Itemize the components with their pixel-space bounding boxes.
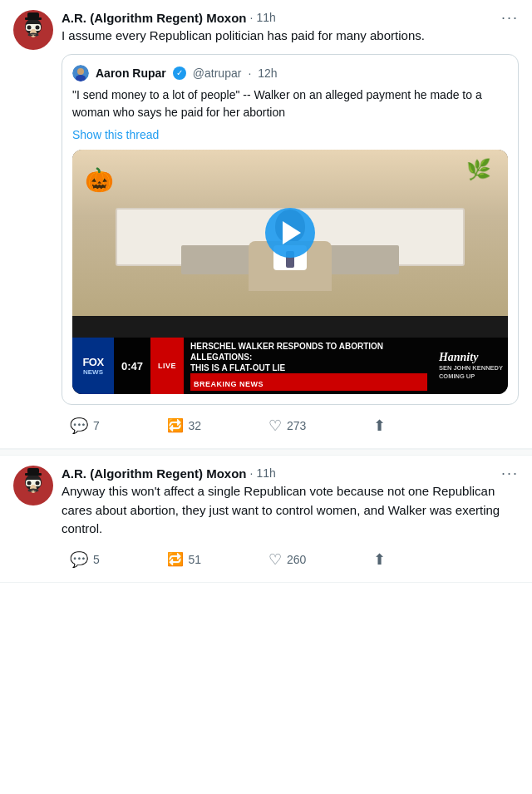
author-2-line: A.R. (Algorithm Regent) Moxon · 11h xyxy=(62,466,276,481)
hannity-label: Hannity xyxy=(439,351,478,364)
tweet-divider xyxy=(0,449,532,456)
svg-rect-18 xyxy=(27,468,39,474)
svg-point-14 xyxy=(27,481,32,486)
reply-button-2[interactable]: 💬 5 xyxy=(62,547,108,572)
quoted-time: 12h xyxy=(258,67,277,80)
duration-text: 0:47 xyxy=(121,360,143,372)
reply-button[interactable]: 💬 7 xyxy=(62,413,108,438)
like-count-2: 260 xyxy=(287,553,306,566)
tweet-body: A.R. (Algorithm Regent) Moxon · 11h ··· … xyxy=(62,10,519,438)
senator-line: SEN JOHN KENNEDY xyxy=(439,364,503,373)
hannity-block: Hannity SEN JOHN KENNEDY COMING UP xyxy=(434,338,508,394)
news-bar-container: FOX NEWS 0:47 LIVE xyxy=(72,338,508,394)
quoted-avatar xyxy=(72,65,89,81)
headline-main: HERSCHEL WALKER RESPONDS TO ABORTION ALL… xyxy=(190,341,427,373)
quoted-handle: @atrupar xyxy=(193,67,242,80)
like-count: 273 xyxy=(287,419,306,432)
author-name: A.R. (Algorithm Regent) Moxon xyxy=(62,11,246,25)
tweet-2: A.R. (Algorithm Regent) Moxon · 11h ··· … xyxy=(0,456,532,583)
quoted-author-name: Aaron Rupar xyxy=(96,67,166,80)
fox-sub: NEWS xyxy=(83,368,103,376)
tweet-text: I assume every Republican politician has… xyxy=(62,27,519,46)
breaking-text: BREAKING NEWS xyxy=(194,380,264,388)
share-icon-2: ⬆ xyxy=(373,552,386,567)
reply-count-2: 5 xyxy=(93,553,100,566)
pumpkins-decoration: 🎃 xyxy=(85,166,114,194)
tweet-2-time: 11h xyxy=(256,466,275,480)
tweet-actions: 💬 7 🔁 32 ♡ 273 ⬆ xyxy=(62,413,394,438)
like-button-2[interactable]: ♡ 260 xyxy=(260,547,314,572)
author-line: A.R. (Algorithm Regent) Moxon · 11h xyxy=(62,11,276,25)
tweet-2-body: A.R. (Algorithm Regent) Moxon · 11h ··· … xyxy=(62,466,519,572)
plant-decoration: 🌿 xyxy=(466,158,491,181)
dot-separator: · xyxy=(249,11,253,24)
svg-point-10 xyxy=(76,75,86,81)
retweet-count: 32 xyxy=(189,419,202,432)
quoted-dot: · xyxy=(248,67,251,80)
retweet-count-2: 51 xyxy=(189,553,202,566)
tweet-2-meta: A.R. (Algorithm Regent) Moxon · 11h ··· xyxy=(62,466,519,481)
live-text: LIVE xyxy=(155,361,179,371)
headline-2: THIS IS A FLAT-OUT LIE xyxy=(190,363,285,372)
retweet-icon: 🔁 xyxy=(167,419,184,432)
time-display: 0:47 xyxy=(114,338,150,394)
tweet-2-actions: 💬 5 🔁 51 ♡ 260 ⬆ xyxy=(62,547,394,572)
like-button[interactable]: ♡ 273 xyxy=(260,413,314,438)
svg-point-3 xyxy=(27,26,32,30)
fox-network-block: FOX NEWS xyxy=(72,338,114,394)
headline-block: HERSCHEL WALKER RESPONDS TO ABORTION ALL… xyxy=(184,338,434,394)
share-button-2[interactable]: ⬆ xyxy=(365,547,394,572)
play-icon xyxy=(283,221,301,244)
reply-icon: 💬 xyxy=(70,418,88,433)
retweet-button-2[interactable]: 🔁 51 xyxy=(159,548,210,571)
breaking-bar: BREAKING NEWS xyxy=(190,373,427,391)
svg-rect-7 xyxy=(27,12,39,18)
tweet-time: 11h xyxy=(256,11,275,24)
svg-point-9 xyxy=(77,68,84,75)
more-button[interactable]: ··· xyxy=(501,10,519,25)
reply-count: 7 xyxy=(93,419,100,432)
more-button-2[interactable]: ··· xyxy=(501,466,519,481)
svg-point-4 xyxy=(36,26,40,30)
verified-badge: ✓ xyxy=(173,67,186,80)
quoted-header: Aaron Rupar ✓ @atrupar · 12h xyxy=(72,65,508,81)
tweet-meta: A.R. (Algorithm Regent) Moxon · 11h ··· xyxy=(62,10,519,25)
svg-point-15 xyxy=(36,481,40,486)
live-badge: LIVE xyxy=(150,338,184,394)
reply-icon-2: 💬 xyxy=(70,552,88,567)
author-2-name: A.R. (Algorithm Regent) Moxon xyxy=(62,466,246,481)
video-thumbnail[interactable]: 🎃 🌿 xyxy=(72,150,508,395)
video-scene: 🎃 🌿 xyxy=(72,150,508,316)
share-icon: ⬆ xyxy=(373,418,386,433)
quoted-text: "I send money to a lot of people" -- Wal… xyxy=(72,86,508,121)
avatar-2[interactable] xyxy=(13,466,53,505)
fox-label: FOX xyxy=(82,356,103,368)
avatar[interactable] xyxy=(13,10,53,50)
tweet-1: A.R. (Algorithm Regent) Moxon · 11h ··· … xyxy=(0,0,532,449)
retweet-icon-2: 🔁 xyxy=(167,553,184,566)
coming-up-line: COMING UP xyxy=(439,372,475,382)
show-thread-link[interactable]: Show this thread xyxy=(72,128,508,141)
like-icon: ♡ xyxy=(268,418,282,433)
tweet-header: A.R. (Algorithm Regent) Moxon · 11h ··· … xyxy=(13,10,519,438)
dot-2: · xyxy=(249,466,253,480)
share-button[interactable]: ⬆ xyxy=(365,413,394,438)
like-icon-2: ♡ xyxy=(268,552,282,567)
news-bar: FOX NEWS 0:47 LIVE xyxy=(72,338,508,394)
play-button[interactable] xyxy=(265,208,315,258)
tweet-2-text: Anyway this won't affect a single Republ… xyxy=(62,482,519,539)
headline-1: HERSCHEL WALKER RESPONDS TO ABORTION ALL… xyxy=(190,342,383,362)
retweet-button[interactable]: 🔁 32 xyxy=(159,414,210,437)
quoted-tweet[interactable]: Aaron Rupar ✓ @atrupar · 12h "I send mon… xyxy=(62,54,519,406)
tweet-2-header: A.R. (Algorithm Regent) Moxon · 11h ··· … xyxy=(13,466,519,572)
